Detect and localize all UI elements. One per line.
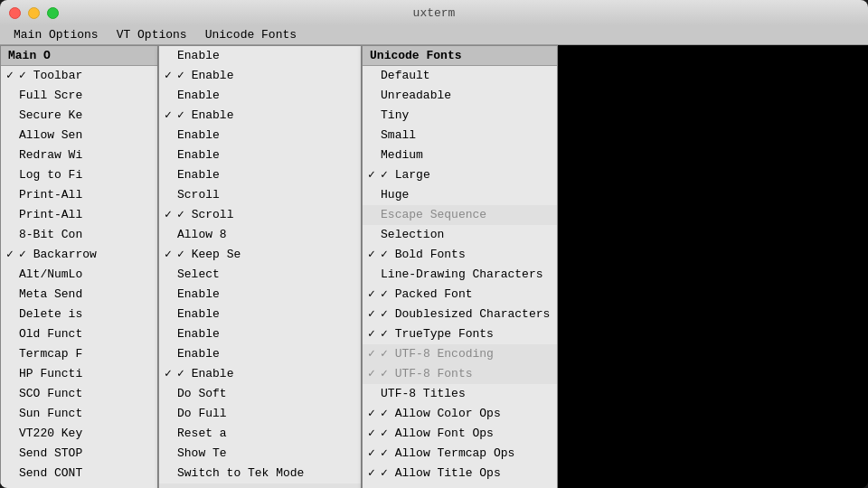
vt-enable-9[interactable]: Enable [159,305,361,324]
menu-old-function[interactable]: Old Funct [1,324,157,344]
menu-main-options[interactable]: Main Options [5,26,108,43]
uf-selection[interactable]: Selection [363,225,557,245]
menu-send-int[interactable]: Send INT [1,483,157,488]
uf-line-drawing[interactable]: Line-Drawing Characters [363,265,557,285]
uf-truetype[interactable]: ✓ TrueType Fonts [363,324,557,344]
menu-vt220-keys[interactable]: VT220 Key [1,424,157,444]
menu-termcap-f[interactable]: Termcap F [1,344,157,364]
vt-switch-tek[interactable]: Switch to Tek Mode [159,464,361,483]
menu-unicode-fonts[interactable]: Unicode Fonts [196,26,306,43]
menu-backarrow[interactable]: ✓ Backarrow [1,245,157,265]
vt-enable-2[interactable]: ✓ Enable [159,66,361,86]
menu-toolbar[interactable]: ✓ Toolbar [1,66,157,86]
main-options-dropdown: Main O ✓ Toolbar Full Scre Secure Ke All… [0,45,158,488]
uf-escape-sequence[interactable]: Escape Sequence [363,205,557,225]
menu-alt-numlock[interactable]: Alt/NumLo [1,265,157,285]
vt-scroll-1[interactable]: Scroll [159,185,361,205]
uf-large[interactable]: ✓ Large [363,165,557,185]
vt-enable-6[interactable]: Enable [159,145,361,165]
uf-medium[interactable]: Medium [363,145,557,165]
uf-allow-color-ops[interactable]: ✓ Allow Color Ops [363,404,557,424]
vt-hide-window[interactable]: Hide VT Window [159,483,361,488]
uf-tiny[interactable]: Tiny [363,106,557,126]
vt-enable-1[interactable]: Enable [159,46,361,66]
vt-enable-12[interactable]: ✓ Enable [159,364,361,384]
vt-enable-5[interactable]: Enable [159,126,361,145]
uf-bold-fonts[interactable]: ✓ Bold Fonts [363,245,557,265]
uf-allow-termcap-ops[interactable]: ✓ Allow Termcap Ops [363,444,557,464]
menu-sco-function[interactable]: SCO Funct [1,384,157,404]
menu-send-stop[interactable]: Send STOP [1,444,157,464]
uf-allow-title-ops[interactable]: ✓ Allow Title Ops [363,464,557,483]
vt-reset[interactable]: Reset a [159,424,361,444]
menu-print-all2[interactable]: Print-All [1,205,157,225]
dropdown-container: Main O ✓ Toolbar Full Scre Secure Ke All… [0,45,558,488]
vt-enable-3[interactable]: Enable [159,86,361,106]
menu-delete-is[interactable]: Delete is [1,305,157,324]
menu-meta-sends[interactable]: Meta Send [1,285,157,305]
vt-enable-7[interactable]: Enable [159,165,361,185]
menu-allow-sends[interactable]: Allow Sen [1,126,157,145]
uf-huge[interactable]: Huge [363,185,557,205]
uf-doublesized[interactable]: ✓ Doublesized Characters [363,305,557,324]
window: uxterm Main Options VT Options Unicode F… [0,0,868,488]
uf-default[interactable]: Default [363,66,557,86]
uf-allow-window-ops[interactable]: ✓ Allow Window Ops [363,483,557,488]
main-options-header: Main O [1,46,157,66]
menu-secure-keyboard[interactable]: Secure Ke [1,106,157,126]
menu-send-cont[interactable]: Send CONT [1,464,157,483]
minimize-button[interactable] [28,7,40,19]
vt-enable-11[interactable]: Enable [159,344,361,364]
uf-unreadable[interactable]: Unreadable [363,86,557,106]
vt-enable-10[interactable]: Enable [159,324,361,344]
vt-select[interactable]: Select [159,265,361,285]
unicode-fonts-dropdown: Unicode Fonts Default Unreadable Tiny Sm… [362,45,558,488]
vt-show-te[interactable]: Show Te [159,444,361,464]
vt-do-soft[interactable]: Do Soft [159,384,361,404]
vt-options-dropdown: Enable ✓ Enable Enable ✓ Enable Enable E… [158,45,362,488]
maximize-button[interactable] [47,7,59,19]
vt-enable-8[interactable]: Enable [159,285,361,305]
menu-redraw[interactable]: Redraw Wi [1,145,157,165]
uf-small[interactable]: Small [363,126,557,145]
vt-enable-4[interactable]: ✓ Enable [159,106,361,126]
title-bar: uxterm [0,0,868,25]
vt-do-full[interactable]: Do Full [159,404,361,424]
menu-print-all1[interactable]: Print-All [1,185,157,205]
close-button[interactable] [9,7,21,19]
menu-hp-function[interactable]: HP Functi [1,364,157,384]
uf-packed-font[interactable]: ✓ Packed Font [363,285,557,305]
window-title: uxterm [413,6,456,20]
content-area: r s t u v w x y z A B C D E F G H I 3456… [0,45,868,488]
vt-keep-se[interactable]: ✓ Keep Se [159,245,361,265]
vt-scroll-2[interactable]: ✓ Scroll [159,205,361,225]
uf-allow-font-ops[interactable]: ✓ Allow Font Ops [363,424,557,444]
menu-vt-options[interactable]: VT Options [108,26,196,43]
unicode-fonts-header: Unicode Fonts [363,46,557,66]
menu-log-to-file[interactable]: Log to Fi [1,165,157,185]
uf-utf8-titles[interactable]: UTF-8 Titles [363,384,557,404]
vt-allow-8[interactable]: Allow 8 [159,225,361,245]
menu-fullscreen[interactable]: Full Scre [1,86,157,106]
menu-bar: Main Options VT Options Unicode Fonts [0,25,868,45]
uf-utf8-fonts[interactable]: ✓ UTF-8 Fonts [363,364,557,384]
menu-sun-function[interactable]: Sun Funct [1,404,157,424]
menu-8bit-controls[interactable]: 8-Bit Con [1,225,157,245]
uf-utf8-encoding[interactable]: ✓ UTF-8 Encoding [363,344,557,364]
